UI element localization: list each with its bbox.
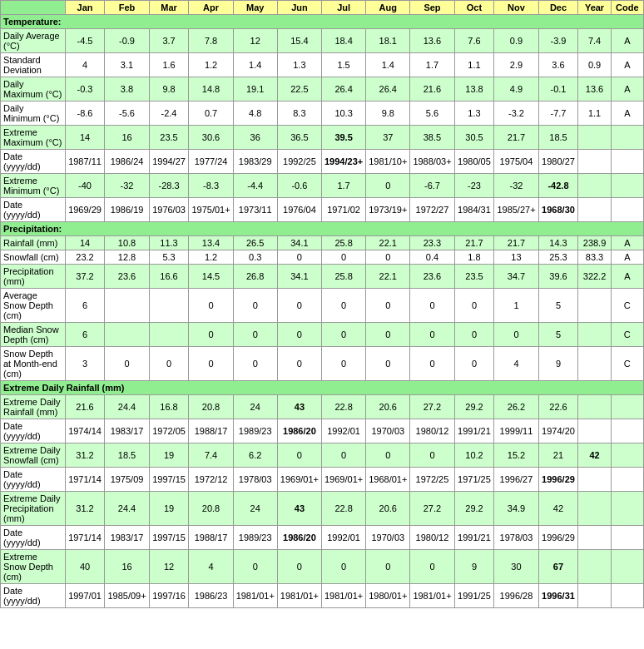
cell-value: 1970/03: [366, 526, 410, 550]
cell-value: -8.6: [65, 102, 105, 126]
cell-value: [578, 126, 611, 150]
cell-value: 1997/16: [149, 584, 189, 608]
cell-value: 1983/29: [233, 150, 277, 174]
row-label: Extreme Snow Depth (cm): [1, 550, 66, 584]
cell-value: 1981/01+: [277, 584, 321, 608]
cell-value: 1988/03+: [410, 150, 454, 174]
cell-value: 1.5: [322, 53, 366, 77]
cell-value: 20.8: [189, 492, 233, 526]
cell-value: -28.3: [149, 174, 189, 198]
table-row: Median Snow Depth (cm)6000000005C: [1, 323, 644, 347]
row-label: Snow Depth at Month-end (cm): [1, 347, 66, 381]
cell-value: [578, 150, 611, 174]
cell-value: 30.5: [454, 126, 494, 150]
cell-value: 22.6: [538, 395, 578, 419]
cell-value: 0: [322, 323, 366, 347]
cell-value: 1978/03: [494, 526, 538, 550]
cell-value: 1: [494, 289, 538, 323]
table-row: Extreme Daily Rainfall (mm)21.624.416.82…: [1, 395, 644, 419]
cell-value: -0.6: [277, 174, 321, 198]
cell-value: 0: [366, 174, 410, 198]
cell-value: 1978/03: [233, 468, 277, 492]
cell-value: 36.5: [277, 126, 321, 150]
cell-value: 22.8: [322, 395, 366, 419]
column-header-may: May: [233, 1, 277, 15]
cell-value: -8.3: [189, 174, 233, 198]
cell-value: 1994/23+: [322, 150, 366, 174]
cell-value: [611, 584, 643, 608]
cell-value: 30.6: [189, 126, 233, 150]
cell-value: 20.8: [189, 395, 233, 419]
cell-value: 0: [366, 550, 410, 584]
cell-value: [578, 174, 611, 198]
cell-value: 7.8: [189, 29, 233, 53]
row-label: Date (yyyy/dd): [1, 150, 66, 174]
table-row: Rainfall (mm)1410.811.313.426.534.125.82…: [1, 236, 644, 250]
cell-value: 0: [189, 323, 233, 347]
cell-value: 0: [410, 347, 454, 381]
cell-value: 0: [233, 289, 277, 323]
cell-value: 26.4: [366, 77, 410, 102]
table-row: Snowfall (cm)23.212.85.31.20.30000.41.81…: [1, 250, 644, 265]
cell-value: 1.7: [322, 174, 366, 198]
table-row: Date (yyyy/dd)1971/141975/091997/151972/…: [1, 468, 644, 492]
table-row: Extreme Daily Precipitation (mm)31.224.4…: [1, 492, 644, 526]
cell-value: 1988/17: [189, 526, 233, 550]
cell-value: 0.4: [410, 250, 454, 265]
cell-value: 14.5: [189, 265, 233, 289]
cell-value: -7.7: [538, 102, 578, 126]
cell-value: 23.3: [410, 236, 454, 250]
cell-value: 7.4: [189, 443, 233, 468]
cell-value: 21.6: [410, 77, 454, 102]
cell-value: [149, 323, 189, 347]
column-header-oct: Oct: [454, 1, 494, 15]
column-header-sep: Sep: [410, 1, 454, 15]
section-header-0: Temperature:: [1, 15, 644, 29]
cell-value: A: [611, 265, 643, 289]
cell-value: 21.6: [65, 395, 105, 419]
cell-value: 1983/17: [105, 526, 149, 550]
cell-value: 1989/23: [233, 526, 277, 550]
cell-value: 15.2: [494, 443, 538, 468]
cell-value: 14.8: [189, 77, 233, 102]
cell-value: 1971/14: [65, 526, 105, 550]
cell-value: 18.5: [105, 443, 149, 468]
cell-value: 12.8: [105, 250, 149, 265]
cell-value: -3.9: [538, 29, 578, 53]
table-row: Daily Average (°C)-4.5-0.93.77.81215.418…: [1, 29, 644, 53]
cell-value: 1.3: [277, 53, 321, 77]
cell-value: [611, 174, 643, 198]
cell-value: 18.1: [366, 29, 410, 53]
cell-value: 23.5: [454, 265, 494, 289]
cell-value: 1971/02: [322, 198, 366, 222]
cell-value: 1969/01+: [322, 468, 366, 492]
cell-value: 26.4: [322, 77, 366, 102]
cell-value: 27.2: [410, 492, 454, 526]
cell-value: 1980/05: [454, 150, 494, 174]
cell-value: 16.8: [149, 395, 189, 419]
cell-value: 29.2: [454, 492, 494, 526]
cell-value: [578, 198, 611, 222]
cell-value: 38.5: [410, 126, 454, 150]
cell-value: 1.7: [410, 53, 454, 77]
table-row: Daily Maximum (°C)-0.33.89.814.819.122.5…: [1, 77, 644, 102]
cell-value: 0: [277, 323, 321, 347]
cell-value: 26.5: [233, 236, 277, 250]
cell-value: 7.4: [578, 29, 611, 53]
cell-value: 1972/12: [189, 468, 233, 492]
cell-value: -32: [494, 174, 538, 198]
cell-value: 1997/15: [149, 468, 189, 492]
cell-value: [105, 323, 149, 347]
cell-value: 5: [538, 323, 578, 347]
cell-value: 13.8: [454, 77, 494, 102]
cell-value: 238.9: [578, 236, 611, 250]
cell-value: [611, 492, 643, 526]
row-label: Daily Minimum (°C): [1, 102, 66, 126]
cell-value: 1975/09: [105, 468, 149, 492]
cell-value: C: [611, 347, 643, 381]
cell-value: 0: [189, 289, 233, 323]
cell-value: 7.6: [454, 29, 494, 53]
cell-value: 1989/23: [233, 419, 277, 443]
cell-value: 1996/29: [538, 526, 578, 550]
cell-value: 1992/01: [322, 526, 366, 550]
